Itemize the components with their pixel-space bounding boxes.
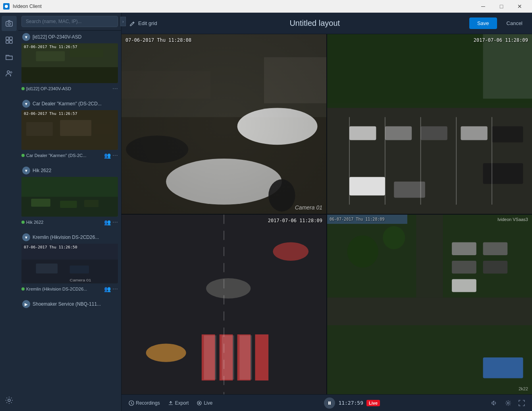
svg-rect-78 bbox=[483, 357, 523, 378]
status-dot-3 bbox=[21, 221, 25, 224]
svg-point-7 bbox=[7, 71, 10, 73]
camera-footer-1: [id122] OP-2340V-ASD ⋯ bbox=[21, 85, 118, 93]
svg-rect-41 bbox=[327, 103, 532, 214]
video-cell-3[interactable]: 2017-07-06 11:28:09 bbox=[121, 215, 326, 394]
svg-rect-4 bbox=[10, 37, 12, 40]
svg-point-79 bbox=[347, 235, 378, 268]
svg-rect-18 bbox=[94, 124, 113, 134]
fullscreen-button[interactable] bbox=[516, 397, 527, 409]
svg-rect-21 bbox=[21, 177, 118, 197]
svg-rect-48 bbox=[483, 34, 532, 99]
video-cell-1[interactable]: 07-06-2017 Thu 11:28:08 Camera 01 bbox=[121, 34, 326, 214]
playback-controls: 11:27:59 Live bbox=[324, 397, 380, 409]
server-name-2: Car Dealer "Karmen" (DS-2CD... bbox=[33, 101, 117, 107]
sidebar-camera-btn[interactable] bbox=[2, 16, 17, 31]
icon-sidebar bbox=[0, 13, 18, 411]
camera-group-3[interactable]: 👥 bbox=[104, 219, 111, 225]
svg-rect-3 bbox=[6, 37, 9, 40]
bottom-bar: Recordings Export Live bbox=[121, 394, 532, 411]
sidebar-grid-btn[interactable] bbox=[2, 33, 17, 48]
search-input[interactable] bbox=[21, 16, 118, 27]
export-button[interactable]: Export bbox=[166, 399, 191, 407]
save-button[interactable]: Save bbox=[469, 17, 497, 29]
camera-thumb-container-4: 07-06-2017 Thu 11:26:50 Camera 01 Kremli… bbox=[18, 244, 121, 296]
app-icon bbox=[3, 3, 10, 10]
video-cell-2[interactable]: 2017-07-06 11:28:09 bbox=[327, 34, 532, 214]
svg-rect-39 bbox=[121, 34, 326, 214]
server-header-2[interactable]: ▼ Car Dealer "Karmen" (DS-2CD... bbox=[18, 97, 121, 110]
svg-rect-22 bbox=[31, 199, 50, 207]
server-icon-4: ▼ bbox=[22, 233, 30, 241]
server-icon-1: ▼ bbox=[22, 33, 30, 41]
app-title: Ivideon Client bbox=[13, 4, 471, 9]
export-label: Export bbox=[175, 400, 189, 406]
server-header-4[interactable]: ▼ Kremlin (Hikvision DS-2CD26... bbox=[18, 231, 121, 244]
edit-grid-label: Edit grid bbox=[138, 20, 157, 26]
sidebar-users-btn[interactable] bbox=[2, 66, 17, 81]
svg-rect-24 bbox=[84, 200, 98, 207]
video-cell-4[interactable]: 06-07-2017 Thu 11:28:09 Ivideon VSaas3 2… bbox=[327, 215, 532, 394]
right-controls bbox=[489, 397, 527, 409]
pause-button[interactable] bbox=[324, 397, 335, 409]
svg-point-87 bbox=[507, 402, 509, 404]
camera-thumb-1[interactable]: 07-06-2017 Thu 11:26:57 bbox=[21, 43, 118, 83]
cancel-button[interactable]: Cancel bbox=[502, 17, 527, 29]
recordings-button[interactable]: Recordings bbox=[126, 399, 162, 407]
svg-rect-77 bbox=[452, 279, 476, 292]
edit-grid-button[interactable]: Edit grid bbox=[126, 19, 160, 28]
layout-title: Untitled layout bbox=[289, 19, 340, 27]
server-header-5[interactable]: ▶ Shoemaker Service (NBQ-111... bbox=[18, 298, 121, 310]
server-header-3[interactable]: ▼ Hik 2622 bbox=[18, 164, 121, 177]
camera-group-2[interactable]: 👥 bbox=[104, 152, 111, 159]
volume-button[interactable] bbox=[489, 397, 500, 409]
sidebar-settings-btn[interactable] bbox=[2, 393, 17, 408]
search-bar: › bbox=[18, 13, 121, 31]
close-button[interactable]: ✕ bbox=[511, 0, 529, 13]
svg-rect-65 bbox=[239, 335, 252, 380]
server-name-3: Hik 2622 bbox=[33, 168, 117, 173]
camera-footer-3: Hik 2622 👥 ⋯ bbox=[21, 218, 118, 226]
svg-rect-49 bbox=[349, 177, 385, 195]
settings-button[interactable] bbox=[503, 397, 514, 409]
svg-rect-63 bbox=[204, 335, 216, 380]
camera-thumb-4[interactable]: 07-06-2017 Thu 11:26:50 Camera 01 bbox=[21, 244, 118, 283]
server-group-5: ▶ Shoemaker Service (NBQ-111... bbox=[18, 298, 121, 310]
server-header-1[interactable]: ▼ [id122] OP-2340V-ASD bbox=[18, 31, 121, 43]
recordings-label: Recordings bbox=[136, 400, 160, 406]
server-name-4: Kremlin (Hikvision DS-2CD26... bbox=[33, 235, 117, 240]
camera-name-3: Hik 2622 bbox=[26, 220, 102, 225]
camera-group-4[interactable]: 👥 bbox=[104, 286, 111, 292]
server-group-3: ▼ Hik 2622 Hi bbox=[18, 164, 121, 229]
camera-thumb-3[interactable] bbox=[21, 177, 118, 217]
status-dot-4 bbox=[21, 287, 25, 291]
svg-rect-75 bbox=[452, 261, 476, 273]
video-timestamp-4: 06-07-2017 Thu 11:28:09 bbox=[330, 217, 384, 221]
camera-share-1[interactable]: ⋯ bbox=[112, 85, 118, 92]
svg-rect-86 bbox=[330, 401, 331, 405]
camera-more-2[interactable]: ⋯ bbox=[112, 152, 118, 159]
window-controls: ─ □ ✕ bbox=[474, 0, 529, 13]
camera-thumb-2[interactable]: 02-06-2017 Thu 11:26:57 bbox=[21, 110, 118, 150]
panel-collapse-btn[interactable]: › bbox=[120, 17, 126, 26]
server-group-2: ▼ Car Dealer "Karmen" (DS-2CD... 02-06-2… bbox=[18, 97, 121, 163]
svg-rect-73 bbox=[452, 242, 476, 255]
video-timestamp-1: 07-06-2017 Thu 11:28:08 bbox=[125, 37, 191, 43]
camera-more-3[interactable]: ⋯ bbox=[112, 219, 118, 225]
svg-point-80 bbox=[383, 226, 405, 249]
camera-actions-3: 👥 ⋯ bbox=[104, 219, 118, 225]
svg-rect-12 bbox=[36, 51, 65, 61]
svg-rect-28 bbox=[70, 266, 89, 273]
camera-more-4[interactable]: ⋯ bbox=[112, 286, 118, 292]
minimize-button[interactable]: ─ bbox=[474, 0, 492, 13]
server-name-5: Shoemaker Service (NBQ-111... bbox=[33, 301, 117, 307]
svg-text:02-06-2017 Thu 11:26:57: 02-06-2017 Thu 11:26:57 bbox=[24, 112, 77, 116]
top-bar: Edit grid Untitled layout Save Cancel bbox=[121, 13, 532, 34]
camera-thumb-container-1: 07-06-2017 Thu 11:26:57 [id122] OP-2340V… bbox=[18, 43, 121, 96]
live-button[interactable]: Live bbox=[194, 399, 215, 407]
svg-rect-17 bbox=[60, 120, 91, 136]
maximize-button[interactable]: □ bbox=[492, 0, 511, 13]
server-group-1: ▼ [id122] OP-2340V-ASD 07-06-2017 Thu 11… bbox=[18, 31, 121, 96]
svg-rect-71 bbox=[327, 298, 532, 326]
sidebar-folder-btn[interactable] bbox=[2, 49, 17, 64]
camera-footer-4: Kremlin (Hikvision DS-2CD26... 👥 ⋯ bbox=[21, 285, 118, 293]
